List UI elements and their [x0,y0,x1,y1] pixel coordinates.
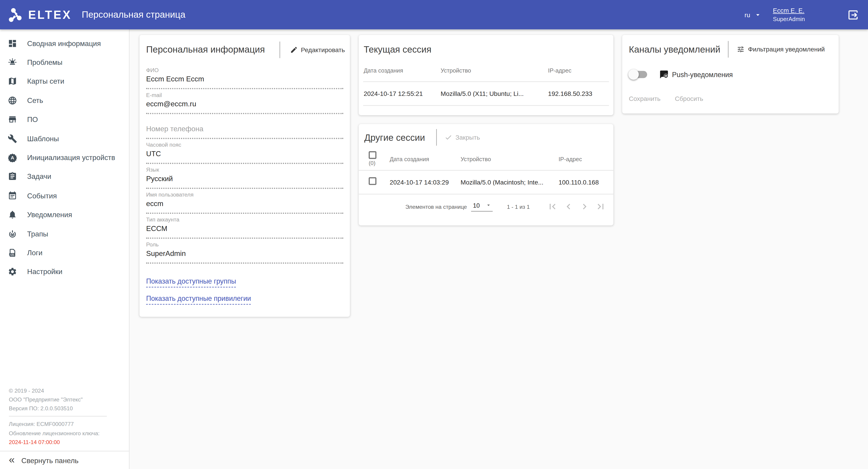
next-page-button[interactable] [577,200,592,214]
last-page-icon [595,201,606,212]
sidebar-item-software[interactable]: ПО [0,110,129,129]
sidebar-item-label: Трапы [27,230,48,238]
current-session-table-header: Дата создания Устройство IP-адрес [363,59,609,82]
field-value: Русский [146,175,343,189]
close-sessions-button[interactable]: Закрыть [444,134,480,141]
select-all-cell: (0) [369,151,390,166]
cell-device: Mozilla/5.0 (X11; Ubuntu; Li... [441,90,548,97]
notification-channels-title: Каналы уведомлений [629,44,720,54]
reset-button[interactable]: Сбросить [675,95,703,102]
close-sessions-label: Закрыть [456,134,480,141]
eltex-logo-icon [8,6,25,24]
svg-text:A: A [11,155,14,160]
field-email: E-mail eccm@eccm.ru [146,92,343,114]
items-per-page-label: Элементов на странице [405,204,467,210]
sidebar-item-label: Карты сети [27,77,64,86]
license-update-date: 2024-11-14 07:00:00 [9,439,120,446]
sidebar-item-label: Настройки [27,268,63,276]
field-label: Роль [146,241,343,247]
push-toggle[interactable] [630,71,647,78]
sidebar-item-label: Логи [27,249,42,257]
show-privileges-link[interactable]: Показать доступные привилегии [146,295,251,305]
badge-a-icon: A [8,153,17,162]
user-role: SuperAdmin [773,15,805,23]
language-selector[interactable]: ru [745,11,762,19]
logout-button[interactable] [847,9,859,21]
user-menu[interactable]: Eccm E. E. SuperAdmin [773,6,805,23]
row-checkbox[interactable] [369,177,376,185]
check-icon [444,134,452,141]
push-toggle-row: Push-уведомления [629,70,832,79]
field-role: Роль SuperAdmin [146,241,343,264]
sidebar-item-network-maps[interactable]: Карты сети [0,72,129,91]
filter-notifications-button[interactable]: Фильтрация уведомлений [737,45,825,53]
current-session-card: Текущая сессия Дата создания Устройство … [359,35,613,115]
traps-icon [8,229,17,239]
cell-device: Mozilla/5.0 (Macintosh; Inte... [461,179,558,185]
sidebar-spacer [0,281,129,387]
log-file-icon: LOG [8,248,17,258]
logout-icon [847,9,859,21]
sidebar-nav: Сводная информация Проблемы Карты сети С… [0,29,129,281]
field-label: Часовой пояс [146,142,343,148]
field-label: Тип аккаунта [146,216,343,223]
sidebar-item-problems[interactable]: Проблемы [0,53,129,72]
sidebar-item-device-init[interactable]: A Инициализация устройств [0,148,129,167]
sidebar-item-label: ПО [27,115,38,124]
filter-notifications-label: Фильтрация уведомлений [748,46,825,53]
first-page-button[interactable] [545,200,560,214]
cell-ip: 192.168.50.233 [548,90,608,97]
prev-page-button[interactable] [561,200,576,214]
save-button[interactable]: Сохранить [629,95,661,102]
other-sessions-card: Другие сессии Закрыть (0) Дата создания … [359,124,613,225]
field-value: ECCM [146,225,343,239]
other-sessions-header: Другие сессии Закрыть [359,124,613,147]
dashboard-icon [8,38,17,48]
sidebar-footer: © 2019 - 2024 ООО "Предприятие "Элтекс" … [0,387,129,451]
sessions-column: Текущая сессия Дата создания Устройство … [359,35,613,225]
sidebar-item-templates[interactable]: Шаблоны [0,129,129,148]
collapse-panel-label: Свернуть панель [21,456,79,465]
notification-channels-header: Каналы уведомлений Фильтрация уведомлени… [629,35,832,60]
field-account-type: Тип аккаунта ECCM [146,216,343,239]
edit-button[interactable]: Редактировать [290,46,345,54]
sidebar-item-traps[interactable]: Трапы [0,224,129,243]
pencil-icon [290,46,298,54]
sidebar-item-tasks[interactable]: Задачи [0,167,129,186]
sidebar-item-logs[interactable]: LOG Логи [0,243,129,262]
items-per-page-select[interactable]: 10 [471,202,492,211]
cell-ip: 100.110.0.168 [558,179,603,185]
vertical-divider [728,41,728,58]
store-icon [8,115,17,124]
sidebar-item-label: Уведомления [27,211,72,219]
select-all-checkbox[interactable] [369,151,376,159]
column-header-ip: IP-адрес [558,155,603,162]
show-groups-link[interactable]: Показать доступные группы [146,277,236,287]
last-page-button[interactable] [593,200,608,214]
user-name-link[interactable]: Eccm E. E. [773,6,805,15]
sidebar-item-label: Сводная информация [27,39,101,48]
chevron-left-icon [563,201,574,212]
vertical-divider [436,129,437,146]
version-text: Версия ПО: 2.0.0.503510 [9,405,120,412]
tune-icon [737,45,745,53]
sidebar-item-events[interactable]: События [0,186,129,205]
sidebar-item-settings[interactable]: Настройки [0,262,129,281]
collapse-panel-button[interactable]: « Свернуть панель [0,451,129,469]
field-label: Имя пользователя [146,192,343,198]
other-session-row: 2024-10-17 14:03:29 Mozilla/5.0 (Macinto… [359,171,613,195]
field-label: E-mail [146,92,343,98]
edit-button-label: Редактировать [301,46,345,53]
column-header-device: Устройство [461,155,558,162]
sidebar-item-notifications[interactable]: Уведомления [0,205,129,224]
clipboard-icon [8,172,17,181]
field-username: Имя пользователя eccm [146,192,343,214]
footer-divider [9,416,107,417]
sidebar-item-summary[interactable]: Сводная информация [0,34,129,53]
field-fio: ФИО Eccm Eccm Eccm [146,67,343,89]
sidebar-item-network[interactable]: Сеть [0,91,129,110]
selected-count: (0) [369,160,375,166]
cell-created: 2024-10-17 14:03:29 [390,179,461,185]
globe-icon [8,96,17,105]
row-checkbox-cell [369,177,390,187]
